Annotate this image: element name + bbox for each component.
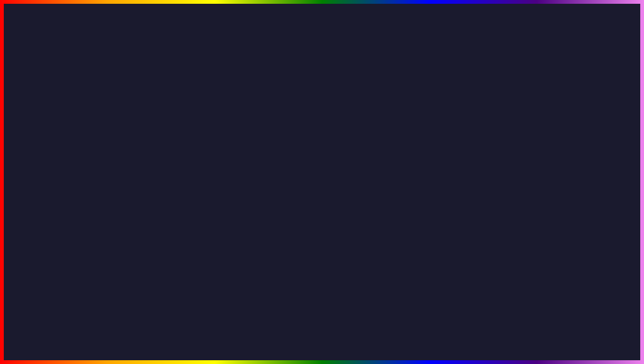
quest-sea-event-checkbox[interactable]: ✓	[479, 189, 489, 199]
hub-nav-setting-front[interactable]: ⚙ Setting	[253, 183, 321, 200]
hub-nav-setting-back[interactable]: ⚙ Setting	[184, 145, 252, 162]
select-boat-label: Select Boat	[328, 152, 367, 161]
hub-nav-race-back[interactable]: 🏁 Race V4	[184, 233, 252, 251]
hub-controls-back: — ✕	[391, 94, 414, 103]
hub-nav-sea-event-back[interactable]: 🌊 Sea Event	[184, 198, 252, 215]
leviathan-quantity: x1	[593, 148, 600, 155]
change-speed-row-1: Change Speed Boat	[328, 203, 489, 216]
hub-titlebar-back: Hirimi Hub — ✕	[184, 89, 420, 107]
item-icon-front: 🎁	[259, 205, 268, 213]
mobile-checkmark: ✓	[96, 195, 111, 215]
race-label: Race V4	[203, 237, 231, 246]
hub-search-bar[interactable]	[259, 112, 414, 123]
speed-value-label: 255 Speed	[328, 239, 489, 246]
hub-body-front: ⚙ Developer 🏠 Main ⚙ Setting 🎁 Item 📡 Te…	[253, 145, 496, 296]
sea-event-small-text: SCRIPT PASTEBIN	[316, 330, 511, 350]
left-electric-card: Material x19 ⚡ Electric	[13, 82, 94, 161]
main-label: Main	[203, 132, 219, 140]
teleport-label-front: Teleport	[272, 222, 299, 231]
sea-label-front: Sea Event	[273, 240, 308, 249]
set-position-label: Set Position	[203, 220, 243, 229]
teleport-icon: 📡	[190, 185, 199, 193]
setting-icon: ⚙	[190, 150, 196, 158]
mutant-tooth-icon: 🦷	[39, 264, 69, 292]
mutant-card-quantity: x1	[80, 249, 88, 256]
hub-nav-set-position-back[interactable]: 📍 Set Position	[184, 215, 252, 233]
left-card-image: ⚡	[19, 98, 88, 142]
select-zone-value[interactable]: Zone 4 ▲	[452, 171, 489, 181]
position-label-front: Set Position	[272, 258, 312, 266]
change-speed-boat-row: Change Speed Boat	[328, 251, 489, 261]
hub-sidebar-front: ⚙ Developer 🏠 Main ⚙ Setting 🎁 Item 📡 Te…	[253, 145, 322, 296]
setting-icon-front: ⚙	[259, 188, 265, 196]
hub-nav-developer-back[interactable]: ⚙ Developer	[184, 110, 252, 127]
anchor-icon: ⚓	[588, 94, 613, 118]
sea-event-icon-back: 🌊	[191, 203, 200, 211]
teleport-label: Teleport	[203, 185, 230, 193]
main-label-front: Main	[272, 169, 288, 178]
sky-icon: ☁	[190, 256, 197, 264]
blox-logo-text: BL🔵XFRUITS	[513, 305, 562, 336]
left-card-quantity: x19	[77, 88, 88, 96]
select-boat-text: PirateGrandBrigade	[416, 153, 477, 161]
monster-magnet-card: Material x1 ⚓ Monster Magnet	[564, 76, 636, 138]
developer-label: Developer	[200, 114, 235, 123]
set-speed-container: Set Speed 255 Speed	[328, 221, 489, 246]
monster-magnet-image: ⚓	[569, 89, 631, 123]
change-speed-boat-toggle[interactable]	[470, 251, 489, 261]
speed-slider[interactable]	[328, 232, 489, 237]
leviathan-top: Material x1	[569, 148, 631, 155]
left-card-material-label: Material	[19, 88, 43, 96]
hub-nav-sky-back[interactable]: ☁ Sky	[184, 251, 252, 268]
select-zone-row: Select Zone Zone 4 ▲	[328, 169, 489, 184]
hub-nav-teleport-back[interactable]: 📡 Teleport	[184, 180, 252, 198]
monster-magnet-top: Material x1	[569, 81, 631, 88]
item-label: Item	[203, 167, 217, 176]
hub-nav-sea-event-front[interactable]: 🌊 Sea Event	[253, 236, 321, 253]
leviathan-material-label: Material	[569, 148, 592, 155]
teleport-icon-front: 📡	[259, 223, 268, 231]
android-label: ANDROID ✓	[13, 216, 126, 240]
main-icon: 🏠	[190, 132, 199, 140]
mobile-android-labels: MOBILE ✓ ANDROID ✓	[13, 192, 126, 241]
hub-title-back: Hirimi Hub	[190, 93, 231, 103]
hub-close-back[interactable]: ✕	[405, 94, 414, 103]
mutant-tooth-card: Material x1 🦷 Mutant Tooth	[13, 242, 94, 315]
hub-minimize-front[interactable]: —	[467, 132, 475, 140]
hub-minimize-back[interactable]: —	[391, 94, 400, 103]
select-boat-value[interactable]: PirateGrandBrigade ▲	[413, 152, 489, 162]
hub-controls-front: — ✕	[467, 132, 489, 140]
set-position-icon: 📍	[190, 220, 199, 229]
hub-nav-race-front[interactable]: 🏁 Race V4	[253, 271, 321, 288]
hub-nav-sky-front[interactable]: ☁ Sky	[253, 288, 321, 306]
race-icon-front: 🏁	[259, 276, 268, 284]
mutant-card-image: 🦷	[19, 259, 88, 297]
change-speed-label: Change Speed Boat	[328, 205, 396, 213]
hub-window-front: Hirimi Hub — ✕ ⚙ Developer 🏠 Main ⚙ Sett…	[252, 126, 497, 297]
mutant-card-top: Material x1	[19, 249, 88, 256]
heart-icon: 💙	[588, 162, 613, 186]
dev-icon-front: ⚙	[259, 152, 265, 161]
quest-sea-event-row: Quest Sea Event ✓	[328, 189, 489, 199]
leviathan-name: Leviathan Heart	[569, 193, 631, 200]
hub-close-front[interactable]: ✕	[480, 132, 489, 140]
developer-icon: ⚙	[190, 115, 196, 123]
hub-nav-main-front[interactable]: 🏠 Main	[253, 165, 321, 183]
setting-label: Setting	[200, 149, 223, 158]
hub-nav-item-front[interactable]: 🎁 Item	[253, 200, 321, 218]
sea-event-big-text: SEA EVENT	[133, 319, 314, 352]
search-fill	[264, 115, 380, 120]
mobile-label: MOBILE ✓	[13, 192, 126, 216]
mutant-card-name: Mutant Tooth	[19, 299, 88, 309]
setting-label-front: Setting	[269, 187, 292, 196]
hub-nav-position-front[interactable]: 📍 Set Position	[253, 253, 321, 271]
hub-nav-main-back[interactable]: 🏠 Main	[184, 127, 252, 145]
change-speed-boat-label: Change Speed Boat	[328, 251, 396, 260]
race-label-front: Race V4	[272, 275, 301, 284]
set-speed-label: Set Speed	[328, 221, 489, 230]
hub-nav-item-back[interactable]: 🎁 Item	[184, 162, 252, 180]
hub-nav-teleport-front[interactable]: 📡 Teleport	[253, 218, 321, 236]
monster-quantity: x1	[593, 81, 600, 88]
hub-nav-developer-front[interactable]: ⚙ Developer	[253, 147, 321, 165]
item-label-front: Item	[272, 205, 286, 213]
